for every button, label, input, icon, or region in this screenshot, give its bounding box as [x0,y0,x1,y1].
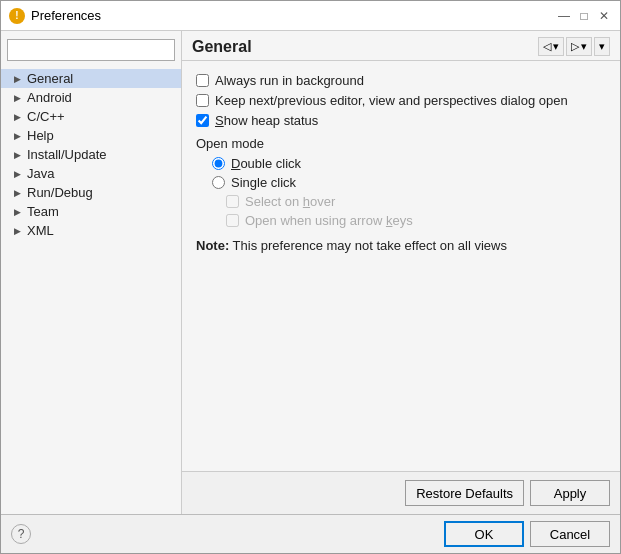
search-input[interactable] [7,39,175,61]
expand-arrow-install: ▶ [11,149,23,161]
back-button[interactable]: ◁ ▾ [538,37,564,56]
single-click-row: Single click [212,175,606,190]
help-icon: ? [18,527,25,541]
expand-arrow-help: ▶ [11,130,23,142]
window-title: Preferences [31,8,556,23]
forward-button[interactable]: ▷ ▾ [566,37,592,56]
keep-next-row: Keep next/previous editor, view and pers… [196,93,606,108]
panel-header: General ◁ ▾ ▷ ▾ ▾ [182,31,620,61]
back-dropdown-icon: ▾ [553,40,559,53]
sidebar-item-android[interactable]: ▶ Android [1,88,181,107]
sidebar-label-android: Android [27,90,72,105]
sidebar-item-run-debug[interactable]: ▶ Run/Debug [1,183,181,202]
radio-group: Double click Single click [212,156,606,190]
sidebar-item-xml[interactable]: ▶ XML [1,221,181,240]
open-arrow-keys-checkbox[interactable] [226,214,239,227]
more-button[interactable]: ▾ [594,37,610,56]
sub-options: Select on hover Open when using arrow ke… [226,194,606,228]
help-button[interactable]: ? [11,524,31,544]
sidebar-item-general[interactable]: ▶ General [1,69,181,88]
sidebar-item-install-update[interactable]: ▶ Install/Update [1,145,181,164]
keep-next-checkbox[interactable] [196,94,209,107]
expand-arrow-rundebug: ▶ [11,187,23,199]
sidebar-item-team[interactable]: ▶ Team [1,202,181,221]
select-on-hover-row: Select on hover [226,194,606,209]
panel-toolbar: ◁ ▾ ▷ ▾ ▾ [538,37,610,56]
more-icon: ▾ [599,40,605,53]
panel-content: Always run in background Keep next/previ… [182,61,620,471]
expand-arrow-android: ▶ [11,92,23,104]
double-click-radio[interactable] [212,157,225,170]
open-mode-label: Open mode [196,136,606,151]
cancel-button[interactable]: Cancel [530,521,610,547]
expand-arrow-xml: ▶ [11,225,23,237]
sidebar-item-cpp[interactable]: ▶ C/C++ [1,107,181,126]
sidebar-label-rundebug: Run/Debug [27,185,93,200]
maximize-button[interactable]: □ [576,8,592,24]
minimize-button[interactable]: — [556,8,572,24]
expand-arrow-java: ▶ [11,168,23,180]
expand-arrow-general: ▶ [11,73,23,85]
sidebar-label-install: Install/Update [27,147,107,162]
sidebar-label-team: Team [27,204,59,219]
show-heap-checkbox[interactable] [196,114,209,127]
show-heap-label[interactable]: Show heap status [215,113,318,128]
select-on-hover-label: Select on hover [245,194,335,209]
close-button[interactable]: ✕ [596,8,612,24]
open-arrow-keys-label: Open when using arrow keys [245,213,413,228]
always-run-label[interactable]: Always run in background [215,73,364,88]
restore-defaults-button[interactable]: Restore Defaults [405,480,524,506]
open-arrow-keys-row: Open when using arrow keys [226,213,606,228]
always-run-checkbox[interactable] [196,74,209,87]
back-icon: ◁ [543,40,551,53]
note-bold-label: Note: [196,238,229,253]
sidebar-label-general: General [27,71,73,86]
app-icon-letter: ! [15,10,18,21]
sidebar-item-java[interactable]: ▶ Java [1,164,181,183]
double-click-row: Double click [212,156,606,171]
show-heap-row: Show heap status [196,113,606,128]
sidebar: ▶ General ▶ Android ▶ C/C++ ▶ Help ▶ Ins… [1,31,182,514]
note-description: This preference may not take effect on a… [233,238,507,253]
app-icon: ! [9,8,25,24]
sidebar-label-cpp: C/C++ [27,109,65,124]
sidebar-label-xml: XML [27,223,54,238]
title-bar: ! Preferences — □ ✕ [1,1,620,31]
expand-arrow-cpp: ▶ [11,111,23,123]
footer-action-buttons: OK Cancel [444,521,610,547]
ok-button[interactable]: OK [444,521,524,547]
footer-bar: ? OK Cancel [1,514,620,553]
select-on-hover-checkbox[interactable] [226,195,239,208]
forward-dropdown-icon: ▾ [581,40,587,53]
double-click-label[interactable]: Double click [231,156,301,171]
main-panel: General ◁ ▾ ▷ ▾ ▾ [182,31,620,514]
sidebar-label-java: Java [27,166,54,181]
note-text: Note: This preference may not take effec… [196,238,606,253]
preferences-window: ! Preferences — □ ✕ ▶ General ▶ Android … [0,0,621,554]
bottom-action-bar: Restore Defaults Apply [182,471,620,514]
apply-button[interactable]: Apply [530,480,610,506]
forward-icon: ▷ [571,40,579,53]
keep-next-label[interactable]: Keep next/previous editor, view and pers… [215,93,568,108]
single-click-radio[interactable] [212,176,225,189]
sidebar-item-help[interactable]: ▶ Help [1,126,181,145]
main-content: ▶ General ▶ Android ▶ C/C++ ▶ Help ▶ Ins… [1,31,620,514]
window-controls: — □ ✕ [556,8,612,24]
single-click-label[interactable]: Single click [231,175,296,190]
always-run-row: Always run in background [196,73,606,88]
panel-title: General [192,38,252,56]
sidebar-label-help: Help [27,128,54,143]
expand-arrow-team: ▶ [11,206,23,218]
